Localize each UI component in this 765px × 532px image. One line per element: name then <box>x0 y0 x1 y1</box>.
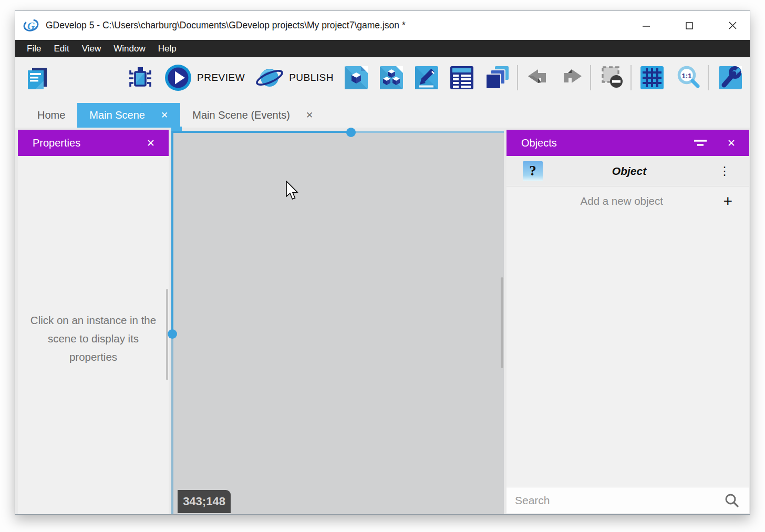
editor-content: Properties ✕ Click on an instance in the… <box>15 128 750 514</box>
close-tab-icon[interactable]: ✕ <box>161 110 168 121</box>
wrench-icon <box>718 65 743 90</box>
toolbar: PREVIEW PUBLISH <box>15 57 750 98</box>
undo-button[interactable] <box>526 69 549 87</box>
zoom-1-1-icon: 1:1 <box>675 65 701 91</box>
instances-list-icon <box>449 65 474 90</box>
debugger-icon <box>126 64 153 91</box>
object-cube-icon <box>344 65 369 90</box>
gdevelop-logo-icon: G <box>23 18 39 34</box>
close-button[interactable] <box>725 18 740 34</box>
redo-icon <box>561 69 584 87</box>
menu-edit[interactable]: Edit <box>47 40 75 57</box>
scene-border-left-selected <box>171 131 173 334</box>
svg-text:1:1: 1:1 <box>682 71 692 79</box>
minimize-button[interactable] <box>638 18 654 34</box>
redo-button[interactable] <box>561 69 584 87</box>
filter-icon[interactable] <box>694 139 707 147</box>
publish-label: PUBLISH <box>289 72 334 84</box>
objects-panel-header: Objects ✕ <box>506 130 749 156</box>
editor-tab-bar: Home Main Scene ✕ Main Scene (Events) ✕ <box>15 98 750 128</box>
play-icon <box>164 64 192 92</box>
tab-home[interactable]: Home <box>25 103 77 128</box>
window-title: GDevelop 5 - C:\Users\charburg\Documents… <box>46 20 406 31</box>
deselect-icon <box>599 65 625 91</box>
toolbar-separator <box>708 65 709 90</box>
svg-text:G: G <box>27 19 35 31</box>
toolbar-separator <box>630 65 632 90</box>
preview-button[interactable]: PREVIEW <box>164 64 245 92</box>
layers-button[interactable] <box>484 65 510 90</box>
tab-main-scene[interactable]: Main Scene ✕ <box>77 103 180 128</box>
scene-border-top-selected <box>171 131 351 133</box>
globe-icon <box>255 64 284 92</box>
canvas-scrollbar[interactable] <box>501 277 503 368</box>
edit-pencil-icon <box>414 65 439 90</box>
menu-window[interactable]: Window <box>107 40 151 57</box>
add-object-row[interactable]: Add a new object + <box>506 186 749 216</box>
menu-file[interactable]: File <box>20 40 47 57</box>
objects-panel-title: Objects <box>521 137 694 149</box>
add-object-label: Add a new object <box>520 195 723 207</box>
properties-empty-message: Click on an instance in the scene to dis… <box>18 311 169 366</box>
close-tab-icon[interactable]: ✕ <box>306 110 313 121</box>
scene-properties-button[interactable] <box>414 65 439 90</box>
object-groups-icon <box>379 65 404 90</box>
toolbar-separator <box>517 65 518 90</box>
properties-panel-title: Properties <box>33 137 147 149</box>
preview-label: PREVIEW <box>197 72 245 84</box>
publish-button[interactable]: PUBLISH <box>255 64 334 92</box>
search-icon[interactable] <box>724 493 740 508</box>
resize-handle-top[interactable] <box>346 128 356 137</box>
title-bar: G GDevelop 5 - C:\Users\charburg\Documen… <box>15 11 750 40</box>
object-name: Object <box>543 165 716 178</box>
menu-bar: File Edit View Window Help <box>15 40 750 57</box>
object-search-bar <box>506 487 749 513</box>
project-manager-button[interactable] <box>24 65 50 91</box>
close-panel-icon[interactable]: ✕ <box>147 137 155 149</box>
layers-icon <box>484 65 510 90</box>
zoom-one-to-one-button[interactable]: 1:1 <box>675 65 701 91</box>
tab-home-label: Home <box>37 109 65 121</box>
mouse-cursor <box>286 181 300 202</box>
properties-panel-header: Properties ✕ <box>18 130 169 156</box>
menu-help[interactable]: Help <box>152 40 183 57</box>
tab-main-scene-label: Main Scene <box>89 109 145 121</box>
deselect-all-button[interactable] <box>599 65 625 91</box>
properties-panel: Properties ✕ Click on an instance in the… <box>18 130 169 514</box>
undo-icon <box>526 69 549 87</box>
menu-view[interactable]: View <box>76 40 108 57</box>
search-input[interactable] <box>515 494 724 507</box>
object-menu-icon[interactable]: ⋮ <box>719 165 730 177</box>
objects-panel: Objects ✕ ? Object ⋮ Add a new object + <box>506 130 749 514</box>
project-manager-icon <box>24 65 50 91</box>
instances-list-button[interactable] <box>449 65 474 90</box>
toggle-grid-button[interactable] <box>639 65 665 90</box>
close-panel-icon[interactable]: ✕ <box>727 137 736 149</box>
object-thumbnail: ? <box>523 161 543 181</box>
grid-icon <box>639 65 665 90</box>
objects-editor-button[interactable] <box>344 65 369 90</box>
toolbar-separator <box>590 65 591 90</box>
setup-grid-button[interactable] <box>718 65 743 90</box>
debugger-button[interactable] <box>126 64 153 91</box>
object-groups-button[interactable] <box>379 65 404 90</box>
add-object-plus-icon[interactable]: + <box>723 193 732 209</box>
maximize-button[interactable] <box>681 18 697 34</box>
active-tab-nub <box>171 127 182 131</box>
scene-canvas[interactable]: 343;148 <box>171 131 504 514</box>
object-list-item[interactable]: ? Object ⋮ <box>506 156 749 186</box>
coordinates-tooltip: 343;148 <box>178 490 231 513</box>
resize-handle-left[interactable] <box>168 329 177 339</box>
tab-main-scene-events[interactable]: Main Scene (Events) ✕ <box>180 103 325 128</box>
tab-main-scene-events-label: Main Scene (Events) <box>192 109 290 121</box>
gdevelop-window: G GDevelop 5 - C:\Users\charburg\Documen… <box>15 11 750 515</box>
desktop-background: G GDevelop 5 - C:\Users\charburg\Documen… <box>0 0 765 532</box>
